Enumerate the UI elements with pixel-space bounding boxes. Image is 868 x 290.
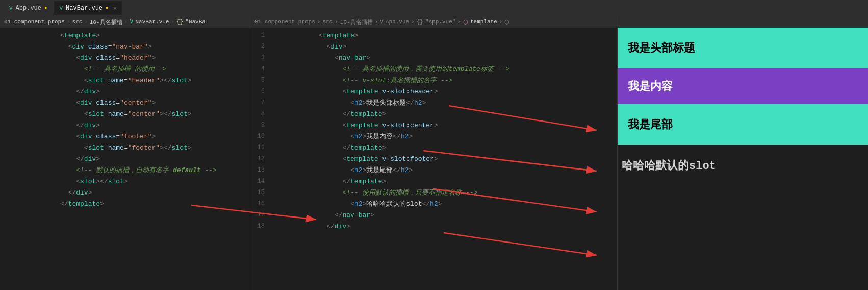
preview-section-center: 我是内容 <box>618 68 868 104</box>
code-line-left-16: </template> <box>0 198 250 209</box>
preview-section-default: 哈哈哈默认的slot <box>618 145 868 186</box>
modified-dot-navbar: ● <box>106 6 108 11</box>
code-area-right[interactable]: 1 <template> 2 <div> 3 <nav-bar> 4 <box>250 28 617 234</box>
code-area-left[interactable]: <template> <div class="nav-bar"> <div cl… <box>0 28 250 211</box>
preview-text-center: 我是内容 <box>628 79 673 94</box>
tab-appvue[interactable]: V App.vue ● <box>4 1 52 15</box>
tab-appvue-label: App.vue <box>16 5 41 12</box>
editor-left: 01-component-props › src › 10-具名插槽 › V N… <box>0 16 250 290</box>
modified-dot-appvue: ● <box>44 6 47 11</box>
close-icon-navbar[interactable]: ✕ <box>113 5 116 11</box>
vue-icon-appvue: V <box>9 5 13 11</box>
preview-top-bar <box>618 16 868 28</box>
main-content: 01-component-props › src › 10-具名插槽 › V N… <box>0 16 868 290</box>
preview-text-header: 我是头部标题 <box>628 40 695 56</box>
tab-navbar-label: NavBar.vue <box>66 5 103 12</box>
preview-text-default: 哈哈哈默认的slot <box>622 158 716 173</box>
tab-bar: V App.vue ● V NavBar.vue ● ✕ <box>0 0 868 16</box>
preview-section-header: 我是头部标题 <box>618 28 868 68</box>
editor-right: 01-component-props › src › 10-具名插槽 › V A… <box>250 16 617 290</box>
tab-navbar[interactable]: V NavBar.vue ● ✕ <box>54 1 121 15</box>
preview-text-footer: 我是尾部 <box>628 117 673 132</box>
preview-pane: 我是头部标题 我是内容 我是尾部 哈哈哈默认的slot <box>617 16 868 290</box>
vue-icon-navbar: V <box>59 5 63 11</box>
preview-section-footer: 我是尾部 <box>618 104 868 145</box>
code-line-r-18: 18 </div> <box>250 221 617 232</box>
